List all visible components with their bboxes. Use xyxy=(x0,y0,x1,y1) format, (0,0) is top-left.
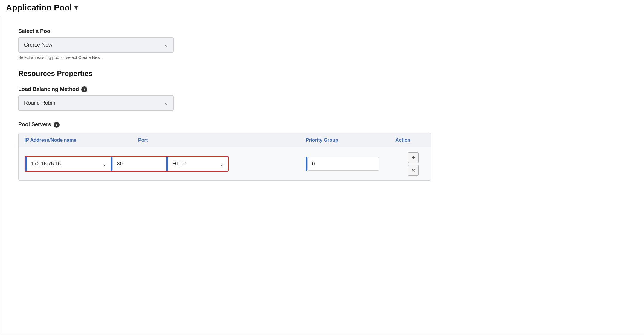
port-value: 80 xyxy=(117,161,123,167)
header-bar: Application Pool ▾ xyxy=(0,0,644,16)
lb-info-icon: i xyxy=(81,86,87,92)
select-pool-hint: Select an existing pool or select Create… xyxy=(18,55,626,60)
pool-selected-value: Create New xyxy=(24,42,52,48)
protocol-dropdown[interactable]: HTTP ⌄ xyxy=(168,157,228,171)
select-pool-label: Select a Pool xyxy=(18,28,626,34)
port-input[interactable]: 80 xyxy=(112,157,166,170)
pool-servers-info-icon: i xyxy=(54,122,60,128)
pool-servers-table: IP Address/Node name Port Priority Group… xyxy=(18,133,431,181)
ip-address-value: 172.16.76.16 xyxy=(31,161,61,167)
col-header-ip: IP Address/Node name xyxy=(25,138,138,143)
pool-servers-label-row: Pool Servers i xyxy=(18,121,626,128)
header-chevron-icon[interactable]: ▾ xyxy=(74,4,78,12)
col-header-action: Action xyxy=(395,138,431,143)
priority-cell: 0 xyxy=(306,157,395,171)
col-header-empty xyxy=(222,138,306,143)
table-row: 172.16.76.16 ⌄ 80 xyxy=(25,152,425,176)
col-header-port: Port xyxy=(138,138,222,143)
pool-servers-label: Pool Servers xyxy=(18,121,51,128)
protocol-chevron-icon: ⌄ xyxy=(220,161,224,167)
priority-input[interactable]: 0 xyxy=(307,157,379,171)
action-cell: + × xyxy=(395,152,431,176)
header-title-text: Application Pool xyxy=(6,3,72,13)
lb-label-row: Load Balancing Method i xyxy=(18,86,626,92)
ip-address-dropdown[interactable]: 172.16.76.16 ⌄ xyxy=(27,157,111,171)
resources-properties-section: Resources Properties Load Balancing Meth… xyxy=(18,69,626,181)
pool-chevron-icon: ⌄ xyxy=(164,42,168,48)
lb-chevron-icon: ⌄ xyxy=(164,100,168,106)
main-content: Select a Pool Create New ⌄ Select an exi… xyxy=(0,16,644,335)
pool-select-dropdown[interactable]: Create New ⌄ xyxy=(18,37,174,53)
lb-method-section: Load Balancing Method i Round Robin ⌄ xyxy=(18,86,626,111)
protocol-value: HTTP xyxy=(173,161,186,167)
select-pool-section: Select a Pool Create New ⌄ Select an exi… xyxy=(18,28,626,60)
add-row-button[interactable]: + xyxy=(408,152,419,163)
resources-properties-title: Resources Properties xyxy=(18,69,626,78)
page-title: Application Pool ▾ xyxy=(6,3,78,13)
remove-row-button[interactable]: × xyxy=(408,165,419,176)
page-container: Application Pool ▾ Select a Pool Create … xyxy=(0,0,644,335)
col-header-priority: Priority Group xyxy=(306,138,395,143)
ip-chevron-icon: ⌄ xyxy=(102,161,106,167)
highlighted-cells: 172.16.76.16 ⌄ 80 xyxy=(25,156,229,172)
pool-servers-section: Pool Servers i IP Address/Node name Port… xyxy=(18,121,626,181)
priority-value: 0 xyxy=(312,161,315,167)
lb-selected-value: Round Robin xyxy=(24,100,55,106)
table-header: IP Address/Node name Port Priority Group… xyxy=(19,133,431,147)
lb-method-dropdown[interactable]: Round Robin ⌄ xyxy=(18,95,174,111)
lb-method-label: Load Balancing Method xyxy=(18,86,79,92)
table-body: 172.16.76.16 ⌄ 80 xyxy=(19,147,431,180)
